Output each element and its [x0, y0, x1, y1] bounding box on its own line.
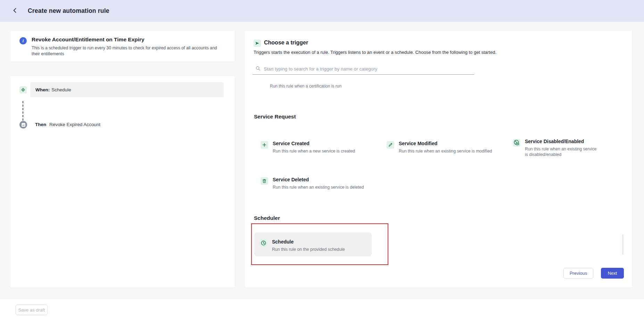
trigger-item-description: Run this rule when a new service is crea… — [273, 148, 355, 154]
previous-button[interactable]: Previous — [563, 268, 593, 279]
section-heading-service-request: Service Request — [254, 114, 296, 120]
footer-bar: Save as draft — [0, 299, 644, 322]
chevron-left-icon — [11, 7, 18, 15]
when-step[interactable]: When: Schedule — [30, 82, 224, 97]
trigger-item-text: Schedule Run this rule on the provided s… — [272, 239, 345, 256]
trigger-item-description: Run this rule when an existing service i… — [399, 148, 492, 154]
trigger-item-service-modified[interactable]: Service Modified Run this rule when an e… — [387, 141, 492, 154]
trigger-send-icon — [254, 40, 261, 47]
trigger-item-text: Service Created Run this rule when a new… — [273, 141, 355, 154]
then-step[interactable]: Then Revoke Expired Account — [35, 122, 100, 127]
create-automation-rule-screen: Create new automation rule i Revoke Acco… — [0, 0, 644, 322]
rule-name: Revoke Account/Entitlement on Time Expir… — [32, 36, 223, 43]
rule-flow-card: When: Schedule Then Revoke Expired Accou… — [10, 76, 235, 288]
rule-info-text: Revoke Account/Entitlement on Time Expir… — [32, 36, 223, 61]
when-value: Schedule — [51, 87, 71, 92]
trigger-item-text: Service Modified Run this rule when an e… — [399, 141, 492, 154]
trigger-panel-subtitle: Triggers starts the execution of a rule.… — [254, 50, 496, 55]
pencil-icon — [387, 141, 394, 149]
trigger-item-service-created[interactable]: Service Created Run this rule when a new… — [261, 141, 355, 154]
next-button[interactable]: Next — [601, 268, 624, 279]
trigger-item-description: Run this rule when an existing service i… — [273, 184, 364, 190]
trigger-item-title: Service Deleted — [273, 177, 364, 182]
page-title: Create new automation rule — [28, 7, 109, 15]
info-icon: i — [19, 37, 27, 44]
trash-icon — [261, 177, 268, 185]
trigger-item-service-deleted[interactable]: Service Deleted Run this rule when an ex… — [261, 177, 364, 190]
top-bar: Create new automation rule — [0, 0, 644, 22]
eye-slash-icon — [513, 139, 520, 147]
trigger-item-description: Run this rule on the provided schedule — [272, 247, 345, 252]
rule-description: This is a scheduled trigger to run every… — [32, 45, 223, 57]
trigger-item-title: Service Created — [273, 141, 355, 146]
collapse-arrows-icon — [19, 86, 27, 93]
clipped-list-item-description: Run this rule when a certification is ru… — [270, 84, 341, 89]
trigger-item-schedule[interactable]: Schedule Run this rule on the provided s… — [254, 232, 372, 256]
then-value: Revoke Expired Account — [49, 122, 100, 127]
back-button[interactable] — [9, 5, 21, 17]
rule-info-card: i Revoke Account/Entitlement on Time Exp… — [10, 31, 235, 61]
trigger-item-description: Run this rule when an existing service i… — [525, 146, 600, 157]
trigger-item-title: Service Disabled/Enabled — [525, 139, 600, 144]
search-icon — [255, 66, 261, 72]
trigger-search — [253, 64, 474, 75]
trigger-item-service-disabled-enabled[interactable]: Service Disabled/Enabled Run this rule w… — [513, 139, 603, 157]
clock-icon — [259, 239, 267, 247]
choose-trigger-panel: Choose a trigger Triggers starts the exe… — [245, 31, 632, 288]
trigger-search-input[interactable] — [264, 66, 474, 72]
trigger-item-title: Service Modified — [399, 141, 492, 146]
when-label: When: — [35, 87, 50, 92]
trigger-panel-title: Choose a trigger — [264, 40, 308, 46]
action-app-icon — [19, 121, 27, 129]
connector-line — [23, 101, 23, 121]
plus-icon — [261, 141, 268, 149]
trigger-item-title: Schedule — [272, 239, 345, 245]
panel-scrollbar[interactable] — [622, 234, 624, 255]
trigger-item-text: Service Disabled/Enabled Run this rule w… — [525, 139, 600, 157]
save-as-draft-button[interactable]: Save as draft — [16, 305, 48, 315]
section-heading-scheduler: Scheduler — [254, 215, 280, 221]
trigger-item-text: Service Deleted Run this rule when an ex… — [273, 177, 364, 190]
then-label: Then — [35, 122, 46, 127]
